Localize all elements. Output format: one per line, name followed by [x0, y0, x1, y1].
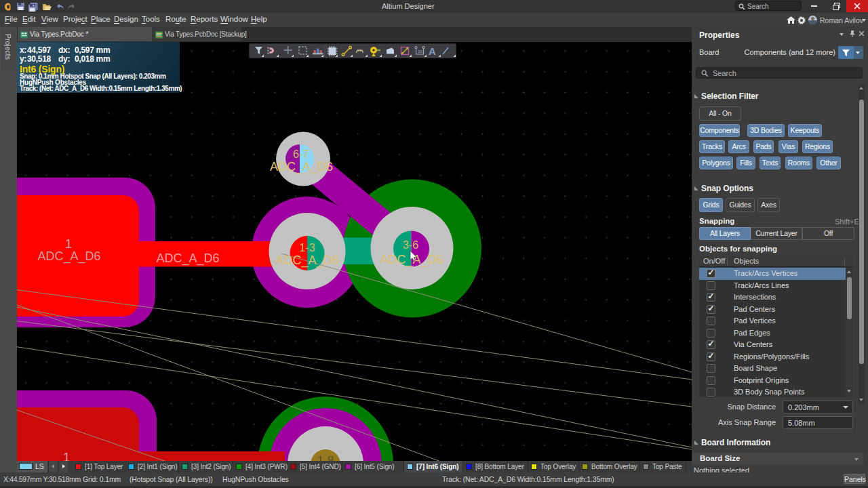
svg-text:1-3: 1-3 [299, 242, 315, 253]
svg-text:6-7: 6-7 [293, 148, 309, 160]
svg-text:1-8: 1-8 [317, 454, 334, 461]
svg-text:ADC_A_D6: ADC_A_D6 [156, 251, 219, 266]
svg-text:ADC_A_D6: ADC_A_D6 [275, 253, 338, 268]
svg-text:A: A [429, 45, 436, 57]
svg-text:ADC_A_D6: ADC_A_D6 [270, 160, 333, 174]
svg-text:ADC_A_D6: ADC_A_D6 [37, 249, 100, 264]
svg-text:1: 1 [65, 237, 72, 251]
svg-text:3-6: 3-6 [403, 239, 418, 251]
svg-text:1: 1 [63, 451, 70, 461]
svg-text:10: 10 [418, 49, 422, 54]
